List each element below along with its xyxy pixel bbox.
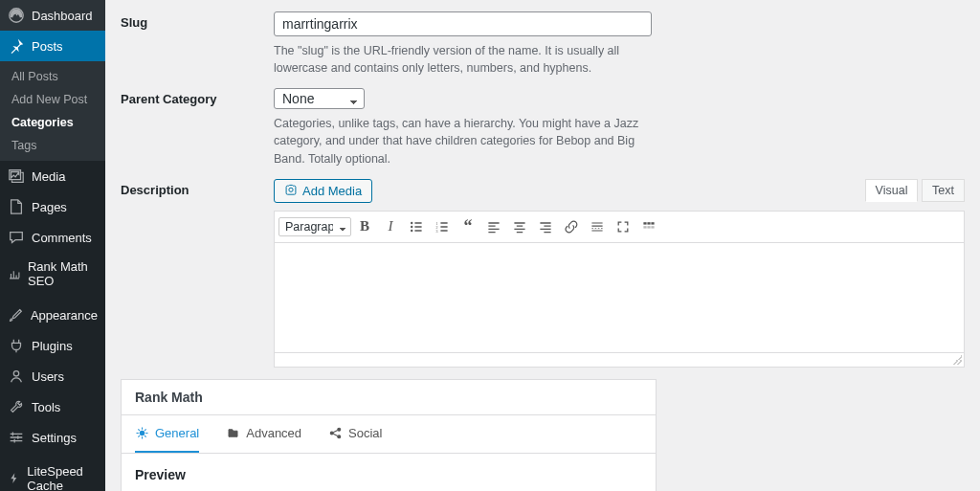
- sidebar-item-comments[interactable]: Comments: [0, 222, 105, 253]
- description-label: Description: [121, 179, 259, 197]
- format-select[interactable]: Paragraph: [278, 217, 351, 236]
- media-icon: [8, 167, 25, 185]
- svg-rect-11: [651, 222, 654, 224]
- sidebar-item-dashboard[interactable]: Dashboard: [0, 0, 105, 31]
- sidebar-item-plugins[interactable]: Plugins: [0, 330, 105, 361]
- preview-label: Preview: [135, 467, 642, 482]
- sidebar-label: Media: [32, 169, 65, 184]
- quote-button[interactable]: “: [456, 213, 480, 240]
- sidebar-item-posts[interactable]: Posts: [0, 31, 105, 61]
- bold-button[interactable]: B: [352, 213, 377, 240]
- tab-advanced[interactable]: Advanced: [226, 415, 301, 453]
- sidebar-label: Settings: [32, 431, 77, 445]
- svg-point-17: [338, 428, 341, 431]
- bolt-icon: [8, 470, 20, 487]
- align-left-button[interactable]: [481, 213, 506, 240]
- sidebar-sub-allposts[interactable]: All Posts: [0, 65, 105, 88]
- editor-resize-handle[interactable]: [274, 353, 965, 368]
- svg-point-1: [13, 371, 18, 376]
- pin-icon: [8, 37, 25, 55]
- fullscreen-button[interactable]: [611, 213, 635, 240]
- svg-rect-13: [647, 226, 650, 228]
- plug-icon: [8, 337, 25, 354]
- wrench-icon: [8, 398, 25, 415]
- sidebar-label: Appearance: [31, 308, 98, 323]
- editor-body[interactable]: [274, 243, 965, 353]
- sidebar-sub-tags[interactable]: Tags: [0, 134, 105, 157]
- dashboard-icon: [8, 7, 25, 24]
- editor-tab-visual[interactable]: Visual: [865, 179, 919, 202]
- svg-rect-14: [651, 226, 654, 228]
- sidebar-label: LiteSpeed Cache: [27, 464, 98, 491]
- sidebar-label: Tools: [32, 400, 60, 414]
- sidebar-label: Users: [32, 369, 64, 384]
- svg-rect-10: [647, 222, 650, 224]
- sidebar-item-media[interactable]: Media: [0, 161, 105, 191]
- add-media-button[interactable]: Add Media: [274, 179, 372, 203]
- chart-icon: [8, 265, 21, 282]
- sidebar-label: Pages: [32, 200, 67, 214]
- tab-general[interactable]: General: [135, 415, 199, 453]
- slug-help: The "slug" is the URL-friendly version o…: [274, 42, 647, 77]
- rankmath-title: Rank Math: [122, 380, 656, 415]
- toolbar-toggle-button[interactable]: [636, 213, 661, 240]
- sidebar-label: Rank Math SEO: [28, 259, 98, 288]
- sidebar-label: Dashboard: [32, 9, 93, 23]
- sidebar-sub-addnew[interactable]: Add New Post: [0, 88, 105, 111]
- parent-select[interactable]: None: [274, 88, 365, 109]
- svg-point-4: [411, 225, 412, 227]
- brush-icon: [8, 306, 24, 324]
- insert-more-button[interactable]: [585, 213, 610, 240]
- sidebar-item-litespeed[interactable]: LiteSpeed Cache: [0, 458, 105, 491]
- sidebar-submenu-posts: All Posts Add New Post Categories Tags: [0, 61, 105, 161]
- svg-point-15: [140, 431, 145, 435]
- sidebar-item-pages[interactable]: Pages: [0, 191, 105, 222]
- sidebar-sub-categories[interactable]: Categories: [0, 111, 105, 134]
- comments-icon: [8, 229, 25, 246]
- parent-label: Parent Category: [121, 88, 259, 106]
- svg-point-5: [411, 229, 412, 231]
- svg-point-16: [330, 432, 333, 435]
- sidebar-label: Comments: [32, 231, 92, 245]
- slug-label: Slug: [121, 11, 259, 30]
- sidebar-item-users[interactable]: Users: [0, 361, 105, 391]
- parent-help: Categories, unlike tags, can have a hier…: [274, 115, 647, 167]
- align-right-button[interactable]: [533, 213, 558, 240]
- sidebar-item-settings[interactable]: Settings: [0, 422, 105, 453]
- svg-rect-9: [643, 222, 646, 224]
- sidebar-item-rankmath[interactable]: Rank Math SEO: [0, 253, 105, 295]
- svg-point-18: [338, 435, 341, 437]
- slug-input[interactable]: [274, 11, 652, 36]
- sliders-icon: [8, 429, 25, 446]
- tab-social[interactable]: Social: [328, 415, 382, 453]
- link-button[interactable]: [559, 213, 584, 240]
- sidebar-item-tools[interactable]: Tools: [0, 391, 105, 422]
- sidebar-label: Posts: [32, 39, 63, 54]
- align-center-button[interactable]: [507, 213, 532, 240]
- sidebar-item-appearance[interactable]: Appearance: [0, 300, 105, 330]
- editor-tab-text[interactable]: Text: [922, 179, 965, 202]
- pages-icon: [8, 198, 25, 215]
- editor-toolbar: Paragraph B I 123 “: [274, 211, 965, 243]
- svg-rect-12: [643, 226, 646, 228]
- bullet-list-button[interactable]: [404, 213, 429, 240]
- svg-text:3: 3: [436, 228, 438, 233]
- number-list-button[interactable]: 123: [430, 213, 455, 240]
- svg-point-3: [411, 221, 412, 223]
- italic-button[interactable]: I: [378, 213, 403, 240]
- user-icon: [8, 368, 25, 385]
- sidebar-label: Plugins: [32, 339, 73, 353]
